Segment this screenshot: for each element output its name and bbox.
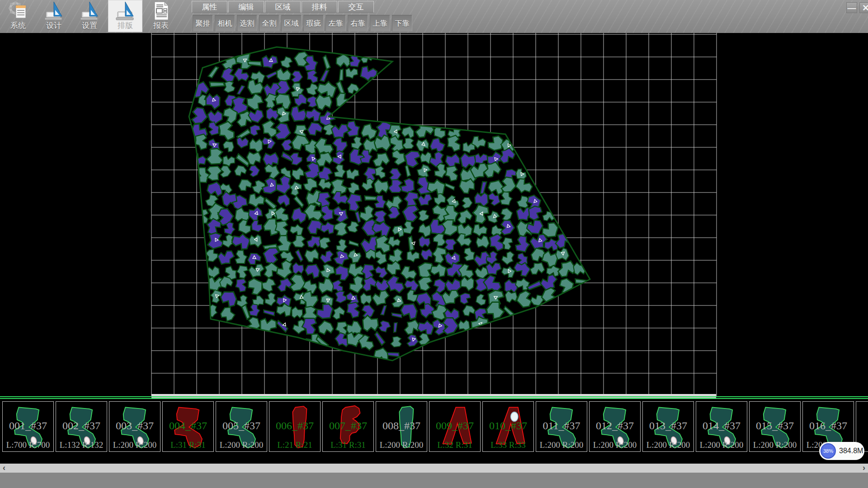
part-name: 004_#37 [163, 420, 213, 432]
mode-button-design[interactable]: 设计 [37, 0, 71, 32]
part-lr-count: L:33 R:33 [483, 440, 533, 450]
part-thumbnail-008_#37[interactable]: 008_#37L:200 R:200 [376, 401, 427, 452]
part-thumbnail-013_#37[interactable]: 013_#37L:200 R:200 [642, 401, 694, 452]
action-button-5[interactable]: 区域 [281, 15, 302, 31]
part-lr-count: L:132 R:132 [56, 440, 107, 450]
menu-tab-1[interactable]: 属性 [192, 1, 227, 13]
part-lr-count: L:32 R:31 [429, 440, 480, 450]
part-name: 006_#37 [269, 420, 320, 432]
mode-button-report[interactable]: 报表 [144, 0, 178, 32]
memory-value: 384.8M [839, 442, 863, 460]
part-name: 016_#37 [803, 420, 854, 432]
status-bar [0, 473, 868, 488]
part-name: 005_#37 [216, 420, 267, 432]
part-lr-count: L:200 R:200 [590, 440, 640, 450]
part-thumbnail-014_#37[interactable]: 014_#37L:200 R:200 [696, 401, 747, 452]
nesting-canvas[interactable] [0, 33, 868, 400]
mode-button-label: 系统 [10, 21, 26, 31]
part-thumbnail-002_#37[interactable]: 002_#37L:132 R:132 [56, 401, 107, 452]
menu-tab-row: 属性编辑区域排料交互 [192, 1, 374, 14]
part-lr-count: L:31 R:31 [323, 440, 373, 450]
action-button-3[interactable]: 选割 [237, 15, 257, 31]
action-button-1[interactable]: 聚排 [193, 15, 213, 31]
action-button-9[interactable]: 上靠 [370, 15, 390, 31]
set-square-icon [43, 1, 64, 21]
part-name: 009_#37 [429, 420, 480, 432]
part-lr-count: L:21 R:21 [269, 440, 320, 450]
scroll-right-icon[interactable]: › [860, 464, 868, 473]
mode-button-label: 报表 [153, 21, 169, 31]
parts-film-strip: 001_#37L:700 R:700002_#37L:132 R:132003_… [0, 400, 868, 464]
minimize-button[interactable]: — [846, 2, 857, 13]
part-name: 001_#37 [3, 420, 53, 432]
part-thumbnail-015_#37[interactable]: 015_#37L:200 R:200 [749, 401, 801, 452]
part-lr-count: L:200 R:200 [536, 440, 587, 450]
report-doc-icon [151, 1, 171, 21]
menu-tab-3[interactable]: 区域 [265, 1, 301, 13]
part-lr-count: L:200 R:200 [376, 440, 427, 450]
progress-circle: 38% [821, 443, 836, 459]
mode-button-layout[interactable]: 排版 [108, 0, 142, 32]
part-thumbnail-010_#37[interactable]: 010_#37L:33 R:33 [482, 401, 534, 452]
nesting-drawing [0, 33, 868, 400]
part-name: 011_#37 [536, 420, 587, 432]
part-lr-count: L:200 R:200 [109, 440, 160, 450]
part-thumbnail-006_#37[interactable]: 006_#37L:21 R:21 [269, 401, 321, 452]
part-thumbnail-009_#37[interactable]: 009_#37L:32 R:31 [429, 401, 481, 452]
part-thumbnail-005_#37[interactable]: 005_#37L:200 R:200 [216, 401, 267, 452]
part-name: 008_#37 [376, 420, 427, 432]
app-window: 系统设计设置排版报表 属性编辑区域排料交互 聚排相机选割全割区域瑕疵左靠右靠上靠… [0, 0, 868, 488]
strip-separator-line [0, 396, 868, 397]
part-name: 012_#37 [590, 420, 640, 432]
mode-button-settings[interactable]: 设置 [72, 0, 107, 32]
part-name: 007_#37 [323, 420, 373, 432]
action-button-row: 聚排相机选割全割区域瑕疵左靠右靠上靠下靠 [193, 15, 412, 31]
part-name: 002_#37 [56, 420, 107, 432]
scroll-left-icon[interactable]: ‹ [0, 464, 8, 473]
top-toolbar: 系统设计设置排版报表 属性编辑区域排料交互 聚排相机选割全割区域瑕疵左靠右靠上靠… [0, 0, 868, 33]
part-lr-count: L:200 R:200 [643, 440, 693, 450]
part-lr-count: L:31 R:31 [163, 440, 213, 450]
part-lr-count: L:200 R:200 [696, 440, 747, 450]
part-name: 0 [856, 420, 868, 432]
strip-separator-line [0, 398, 868, 399]
gear-doc-icon [8, 1, 28, 21]
mode-button-label: 设置 [82, 21, 97, 31]
part-thumbnail-011_#37[interactable]: 011_#37L:200 R:200 [536, 401, 587, 452]
set-square-icon [115, 1, 136, 21]
part-name: 015_#37 [750, 420, 800, 432]
action-button-2[interactable]: 相机 [215, 15, 235, 31]
mode-button-label: 设计 [46, 21, 61, 31]
menu-tab-2[interactable]: 编辑 [228, 1, 264, 13]
menu-tab-5[interactable]: 交互 [338, 1, 374, 13]
set-square-icon [79, 1, 100, 21]
part-lr-count: L:200 R:200 [216, 440, 267, 450]
status-badge[interactable]: 38% 384.8M [819, 442, 864, 460]
part-thumbnail-003_#37[interactable]: 003_#37L:200 R:200 [109, 401, 160, 452]
part-name: 013_#37 [643, 420, 693, 432]
part-name: 010_#37 [483, 420, 533, 432]
part-thumbnail-004_#37[interactable]: 004_#37L:31 R:31 [162, 401, 214, 452]
close-button[interactable]: ✕ [859, 2, 868, 13]
part-thumbnail-007_#37[interactable]: 007_#37L:31 R:31 [322, 401, 374, 452]
action-button-6[interactable]: 瑕疵 [303, 15, 324, 31]
action-button-7[interactable]: 左靠 [326, 15, 346, 31]
part-lr-count: L:200 R:200 [750, 440, 800, 450]
part-name: 014_#37 [696, 420, 747, 432]
menu-tab-4[interactable]: 排料 [302, 1, 337, 13]
part-name: 003_#37 [109, 420, 160, 432]
action-button-4[interactable]: 全割 [259, 15, 279, 31]
mode-button-system[interactable]: 系统 [1, 0, 35, 32]
part-lr-count: L:700 R:700 [3, 440, 53, 450]
action-button-8[interactable]: 右靠 [348, 15, 368, 31]
part-thumbnail-012_#37[interactable]: 012_#37L:200 R:200 [589, 401, 641, 452]
action-button-10[interactable]: 下靠 [392, 15, 412, 31]
strip-scrollbar[interactable]: ‹ › [0, 464, 868, 473]
part-thumbnail-001_#37[interactable]: 001_#37L:700 R:700 [2, 401, 54, 452]
mode-button-label: 排版 [118, 21, 133, 31]
